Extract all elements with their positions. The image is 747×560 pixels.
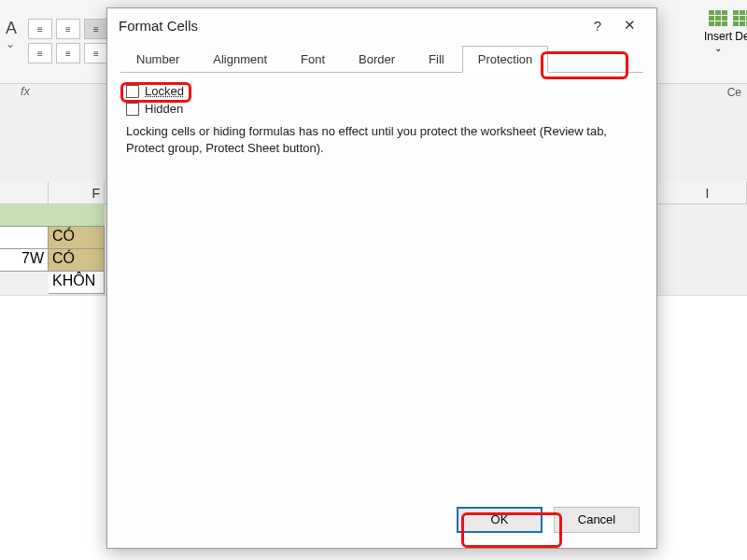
tab-font[interactable]: Font <box>285 46 341 72</box>
dialog-title: Format Cells <box>119 18 198 34</box>
align-right-icon[interactable]: ≡ <box>84 19 108 39</box>
align-left-icon[interactable]: ≡ <box>28 19 52 39</box>
format-cells-dialog: Format Cells ? ✕ Number Alignment Font B… <box>106 7 657 549</box>
font-size-letter: A <box>6 19 17 38</box>
hidden-checkbox[interactable] <box>126 103 139 116</box>
align-middle-icon[interactable]: ≡ <box>56 43 80 63</box>
cell-row1-left[interactable] <box>0 227 49 249</box>
tab-fill[interactable]: Fill <box>413 46 460 72</box>
align-bottom-icon[interactable]: ≡ <box>84 43 108 63</box>
cells-group-label: Ce <box>727 86 741 99</box>
hidden-checkbox-row[interactable]: Hidden <box>126 102 638 116</box>
cell-row3[interactable]: KHÔN <box>49 272 105 294</box>
tab-border[interactable]: Border <box>343 46 411 72</box>
close-icon[interactable]: ✕ <box>613 17 645 34</box>
align-top-icon[interactable]: ≡ <box>28 43 52 63</box>
tab-protection[interactable]: Protection <box>462 46 549 73</box>
locked-label: Locked <box>145 84 184 98</box>
tab-alignment[interactable]: Alignment <box>197 46 283 72</box>
tab-number[interactable]: Number <box>120 46 195 72</box>
locked-checkbox-row[interactable]: Locked <box>126 84 638 98</box>
protection-description: Locking cells or hiding formulas has no … <box>126 123 638 156</box>
help-button[interactable]: ? <box>582 18 613 34</box>
header-row-green <box>0 204 105 227</box>
locked-checkbox[interactable] <box>126 85 139 98</box>
dialog-tabs: Number Alignment Font Border Fill Protec… <box>107 42 656 72</box>
delete-cells-button[interactable]: De <box>719 7 747 43</box>
cell-row2-left[interactable]: 7W <box>0 249 49 272</box>
cell-row2[interactable]: CÓ <box>49 249 105 272</box>
ok-button[interactable]: OK <box>457 507 543 533</box>
hidden-label: Hidden <box>145 102 183 116</box>
align-center-icon[interactable]: ≡ <box>56 19 80 39</box>
cancel-button[interactable]: Cancel <box>554 507 640 533</box>
delete-label: De <box>719 30 747 43</box>
col-header-partial[interactable]: F <box>49 182 105 204</box>
col-header-i[interactable]: I <box>669 182 747 204</box>
font-dropdown-caret[interactable]: ⌄ <box>6 37 15 50</box>
fx-icon[interactable]: fx <box>21 84 30 98</box>
cell-row1[interactable]: CÓ <box>49 227 105 249</box>
